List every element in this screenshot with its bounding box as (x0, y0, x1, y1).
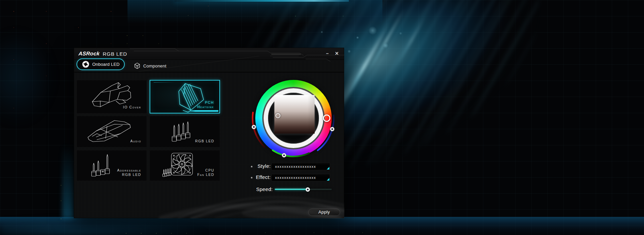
grid-specks-cool (0, 0, 1, 1)
speed-slider-knob[interactable] (306, 187, 310, 192)
red-arc-knob[interactable] (252, 125, 256, 129)
bokeh-dot (383, 43, 388, 48)
tab-component-label: Component (143, 63, 166, 68)
tile-label: Audio (130, 139, 141, 144)
effect-dropdown[interactable]: xxxxxxxxxxxxxxxxxx (271, 174, 330, 181)
tile-label: RGB LED (195, 139, 214, 144)
saturation-brightness-square[interactable] (274, 95, 315, 134)
component-icon (134, 62, 141, 69)
bokeh-dot (321, 31, 323, 33)
bokeh-dot (399, 32, 402, 35)
bokeh-dot (356, 36, 359, 39)
speed-slider-fill (275, 189, 308, 190)
green-arc-knob[interactable] (282, 153, 286, 157)
tile-label: PCHHeatsink (197, 100, 214, 109)
apply-button[interactable]: Apply (308, 208, 340, 216)
effect-value: xxxxxxxxxxxxxxxxxx (272, 174, 330, 181)
tile-io-cover[interactable]: IO Cover (76, 80, 147, 113)
speed-slider[interactable] (275, 189, 332, 190)
effect-dropdown-arrow-icon[interactable] (327, 178, 329, 181)
tile-label: IO Cover (123, 105, 141, 110)
tab-onboard-led[interactable]: Onboard LED (76, 58, 125, 70)
onboard-led-icon (82, 61, 89, 68)
left-edge-haze (0, 30, 54, 124)
tab-bar: Onboard LED Component (74, 60, 344, 73)
title-bar[interactable]: ASRock RGB LED – ✕ (74, 48, 344, 60)
rgb-led-window: ASRock RGB LED – ✕ Onboard LED (74, 48, 344, 218)
asrock-logo: ASRock (78, 51, 100, 57)
tab-component[interactable]: Component (131, 60, 169, 72)
tile-label: CPUFan LED (197, 168, 214, 177)
tile-cpu-fan-led[interactable]: CPUFan LED (150, 150, 220, 181)
tile-rgb-led[interactable]: RGB LED (150, 116, 220, 147)
saturation-cursor[interactable] (275, 113, 280, 118)
tile-addressable-rgb-led[interactable]: AddressableRGB LED (76, 150, 147, 181)
close-button[interactable]: ✕ (333, 50, 340, 57)
bokeh-dot (347, 50, 351, 53)
blue-arc-knob[interactable] (330, 127, 334, 131)
tab-onboard-led-label: Onboard LED (92, 62, 120, 67)
window-left-glow (62, 144, 74, 218)
tile-label: AddressableRGB LED (117, 168, 141, 177)
hue-cursor[interactable] (323, 114, 330, 122)
effect-label: Effect: (241, 174, 271, 180)
speed-label: Speed: (243, 186, 273, 192)
style-value: xxxxxxxxxxxxxxxxxx (272, 163, 330, 170)
tile-audio[interactable]: Audio (76, 116, 147, 147)
tile-pch-heatsink[interactable]: PCHHeatsink (150, 80, 220, 113)
style-label: Style: (241, 163, 271, 169)
style-dropdown-arrow-icon[interactable] (327, 167, 329, 170)
window-title: RGB LED (103, 51, 127, 57)
style-dropdown[interactable]: xxxxxxxxxxxxxxxxxx (271, 163, 330, 170)
bokeh-dot (368, 26, 377, 35)
minimize-button[interactable]: – (324, 50, 331, 57)
top-edge-haze (127, 0, 382, 23)
